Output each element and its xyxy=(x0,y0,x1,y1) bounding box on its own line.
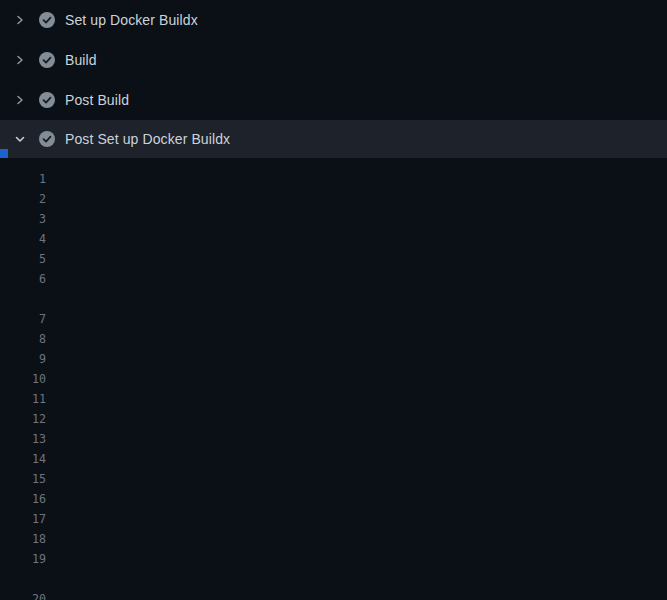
chevron-right-icon xyxy=(14,94,26,106)
log-line: 20 time="2021-04-23T18:02:38Z" level=deb… xyxy=(0,589,667,600)
step-section-header-set-up-docker-buildx[interactable]: Set up Docker Buildx xyxy=(0,0,667,40)
log-line: 13 time="2021-04-23T18:02:38Z" level=deb… xyxy=(0,429,667,449)
log-line: 8 time="2021-04-23T18:02:37Z" level=info… xyxy=(0,329,667,349)
step-section-label: Build xyxy=(65,52,97,68)
step-section-header-post-set-up-docker-buildx[interactable]: Post Set up Docker Buildx xyxy=(0,120,667,158)
log-line-number[interactable]: 1 xyxy=(0,169,46,189)
log-line-continuation: application/vnd.oci.image.index.v1+json,… xyxy=(0,569,667,589)
log-line: 6 time="2021-04-23T18:02:37Z" level=info… xyxy=(0,269,667,289)
log-line: 16 time="2021-04-23T18:02:38Z" level=deb… xyxy=(0,489,667,509)
check-circle-icon xyxy=(39,12,55,28)
log-line: 14 time="2021-04-23T18:02:38Z" level=deb… xyxy=(0,449,667,469)
log-line-number[interactable]: 19 xyxy=(0,549,46,569)
check-circle-icon xyxy=(39,52,55,68)
log-line-number[interactable]: 15 xyxy=(0,469,46,489)
log-line-number[interactable]: 7 xyxy=(0,309,46,329)
log-group-header[interactable]: 2 ▼BuildKit container logs xyxy=(0,189,667,209)
log-command-line: 3 /usr/bin/docker logs buildx_buildkit_b… xyxy=(0,209,667,229)
step-section-label: Post Set up Docker Buildx xyxy=(65,131,230,147)
log-line-number[interactable]: 11 xyxy=(0,389,46,409)
actions-log-viewer: Set up Docker Buildx Build Post Build xyxy=(0,0,667,600)
chevron-down-icon xyxy=(14,133,26,145)
steps-list: Set up Docker Buildx Build Post Build xyxy=(0,0,667,158)
log-line: 12 time="2021-04-23T18:02:38Z" level=deb… xyxy=(0,409,667,429)
log-line-number[interactable]: 10 xyxy=(0,369,46,389)
step-section-header-post-build[interactable]: Post Build xyxy=(0,80,667,120)
log-line: 15 time="2021-04-23T18:02:38Z" level=deb… xyxy=(0,469,667,489)
check-circle-icon xyxy=(39,92,55,108)
step-section-label: Set up Docker Buildx xyxy=(65,12,198,28)
log-line-continuation: linux/riscv64 linux/ppc64le linux/s390x … xyxy=(0,289,667,309)
log-line: 4 time="2021-04-23T18:02:37Z" level=info… xyxy=(0,229,667,249)
focus-indicator xyxy=(0,149,8,158)
log-line: 18 time="2021-04-23T18:02:38Z" level=deb… xyxy=(0,529,667,549)
log-line-number[interactable]: 4 xyxy=(0,229,46,249)
log-line-number[interactable]: 20 xyxy=(0,589,46,600)
chevron-right-icon xyxy=(14,14,26,26)
log-line-number[interactable]: 6 xyxy=(0,269,46,289)
log-line: 17 time="2021-04-23T18:02:38Z" level=deb… xyxy=(0,509,667,529)
log-line: 10 time="2021-04-23T18:02:37Z" level=inf… xyxy=(0,369,667,389)
step-section-header-build[interactable]: Build xyxy=(0,40,667,80)
log-area: 1 Post job cleanup. 2 ▼BuildKit containe… xyxy=(0,158,667,600)
log-line: 19 time="2021-04-23T18:02:38Z" level=deb… xyxy=(0,549,667,569)
log-line-number[interactable]: 16 xyxy=(0,489,46,509)
chevron-right-icon xyxy=(14,54,26,66)
log-line: 1 Post job cleanup. xyxy=(0,169,667,189)
log-line-number[interactable]: 13 xyxy=(0,429,46,449)
log-line: 7 time="2021-04-23T18:02:37Z" level=warn… xyxy=(0,309,667,329)
log-line: 5 time="2021-04-23T18:02:37Z" level=warn… xyxy=(0,249,667,269)
log-line-number[interactable]: 8 xyxy=(0,329,46,349)
step-section-label: Post Build xyxy=(65,92,129,108)
log-line-number[interactable]: 12 xyxy=(0,409,46,429)
log-line-number[interactable]: 14 xyxy=(0,449,46,469)
log-line-number[interactable]: 3 xyxy=(0,209,46,229)
log-line-number[interactable]: 5 xyxy=(0,249,46,269)
log-line-number[interactable]: 17 xyxy=(0,509,46,529)
log-line-number[interactable]: 9 xyxy=(0,349,46,369)
log-line: 11 time="2021-04-23T18:02:38Z" level=deb… xyxy=(0,389,667,409)
log-line-number[interactable]: 2 xyxy=(0,189,46,209)
log-line-number[interactable]: 18 xyxy=(0,529,46,549)
log-line: 9 time="2021-04-23T18:02:37Z" level=warn… xyxy=(0,349,667,369)
check-circle-icon xyxy=(39,131,55,147)
